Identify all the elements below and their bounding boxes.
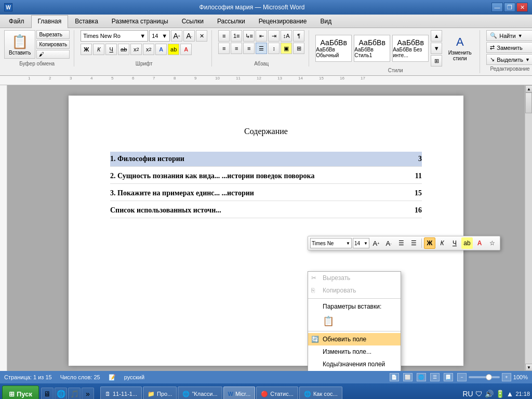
style-heading1[interactable]: АаБбВв АаБбВв Стиль1	[354, 35, 390, 62]
tab-insert[interactable]: Вставка	[68, 15, 105, 28]
mini-size-dropdown[interactable]: ▼	[364, 241, 368, 246]
mini-highlight[interactable]: ab	[461, 237, 473, 249]
restore-button[interactable]: ❐	[504, 3, 515, 12]
zoom-slider[interactable]	[469, 376, 500, 378]
align-left-button[interactable]: ≡	[218, 43, 230, 54]
ctx-copy[interactable]: ⎘ Копировать	[308, 284, 401, 297]
increase-indent-button[interactable]: ⇥	[268, 30, 280, 42]
scroll-up-button[interactable]: ▲	[525, 85, 532, 92]
multilevel-button[interactable]: ↳≡	[243, 30, 255, 42]
minimize-button[interactable]: —	[491, 3, 503, 12]
select-button[interactable]: ↘ Выделить ▼	[486, 54, 532, 65]
mini-bold[interactable]: Ж	[424, 237, 435, 249]
show-formatting-button[interactable]: ¶	[293, 30, 304, 42]
bold-button[interactable]: Ж	[81, 44, 92, 55]
font-shrink-button[interactable]: A-	[183, 30, 195, 42]
font-color-button[interactable]: A	[180, 44, 192, 55]
decrease-indent-button[interactable]: ⇤	[256, 30, 267, 42]
font-dropdown-icon[interactable]: ▼	[140, 33, 145, 39]
scroll-down-button[interactable]: ▼	[525, 364, 532, 371]
tray-lang[interactable]: RU	[462, 390, 473, 398]
font-grow-button[interactable]: A+	[171, 30, 182, 42]
view-web-button[interactable]: 🌐	[417, 373, 426, 381]
mini-font-shrink[interactable]: A-	[383, 237, 394, 249]
mini-align[interactable]: ☰	[395, 237, 407, 249]
format-painter-button[interactable]: 🖌	[36, 50, 70, 59]
tab-mailings[interactable]: Рассылки	[210, 15, 252, 28]
taskbar-app-stat[interactable]: 🔴 Статис...	[256, 387, 298, 399]
font-size-dropdown-icon[interactable]: ▼	[162, 33, 167, 39]
replace-button[interactable]: ⇄ Заменить	[486, 42, 532, 53]
tab-file[interactable]: Файл	[2, 15, 31, 28]
mini-underline[interactable]: Ч	[449, 237, 460, 249]
ctx-paste-icon-row[interactable]: 📋	[308, 313, 401, 329]
change-styles-button[interactable]: A Изменить стили	[444, 35, 475, 61]
extra-icon[interactable]: »	[82, 388, 94, 399]
doc-area[interactable]: Содержание 1. Философия истории 3 2. Сущ…	[7, 85, 525, 371]
strikethrough-button[interactable]: ab	[118, 44, 129, 55]
borders-button[interactable]: ⊞	[293, 43, 304, 54]
taskbar-app-date[interactable]: 🗓 11-11-1...	[100, 387, 142, 399]
tray-battery[interactable]: 🔋	[496, 390, 504, 398]
select-dropdown[interactable]: ▼	[525, 57, 530, 62]
taskbar-app-browser2[interactable]: 🌐 Как сос...	[299, 387, 342, 399]
sort-button[interactable]: ↕A	[281, 30, 292, 42]
italic-button[interactable]: К	[93, 44, 104, 55]
view-draft-button[interactable]: 📃	[444, 373, 453, 381]
taskbar-app-browser1[interactable]: 🌐 "Класси...	[178, 387, 222, 399]
superscript-button[interactable]: x2	[143, 44, 154, 55]
zoom-thumb[interactable]	[486, 374, 492, 380]
line-spacing-button[interactable]: ↕	[268, 43, 280, 54]
mini-font-grow[interactable]: A+	[370, 237, 382, 249]
numbering-button[interactable]: 1≡	[231, 30, 242, 42]
tab-home[interactable]: Главная	[31, 15, 69, 28]
taskbar-app-explorer[interactable]: 📁 Про...	[143, 387, 177, 399]
tab-review[interactable]: Рецензирование	[252, 15, 314, 28]
underline-button[interactable]: Ч	[105, 44, 117, 55]
highlight-button[interactable]: ab	[168, 44, 179, 55]
view-outline-button[interactable]: ☰	[430, 373, 440, 381]
tab-references[interactable]: Ссылки	[175, 15, 210, 28]
show-desktop-icon[interactable]: 🖥	[41, 388, 54, 399]
ctx-field-codes[interactable]: Коды/значения полей	[308, 358, 401, 370]
ctx-edit-field[interactable]: Изменить поле...	[308, 345, 401, 358]
start-button[interactable]: ⊞ Пуск	[2, 385, 39, 399]
styles-up[interactable]: ▲	[431, 30, 442, 42]
tab-view[interactable]: Вид	[313, 15, 338, 28]
scroll-thumb[interactable]	[525, 92, 532, 113]
mini-align2[interactable]: ☰	[408, 237, 419, 249]
mini-font-name[interactable]: Times Ne ▼	[310, 238, 352, 248]
mini-font-dropdown[interactable]: ▼	[346, 241, 350, 246]
tray-more[interactable]: ▲	[507, 390, 514, 398]
ie-icon[interactable]: 🌐	[55, 388, 67, 399]
copy-button[interactable]: Копировать	[36, 40, 70, 49]
taskbar-app-word[interactable]: W Micr...	[223, 387, 256, 399]
ctx-update-field[interactable]: 🔄 Обновить поле	[308, 333, 401, 345]
bullets-button[interactable]: ≡	[218, 30, 230, 42]
mini-italic[interactable]: К	[436, 237, 448, 249]
paste-button[interactable]: 📋 Вставить	[4, 30, 35, 59]
zoom-out-button[interactable]: −	[457, 373, 467, 381]
font-name-box[interactable]: Times New Ro ▼	[81, 30, 148, 42]
scroll-track[interactable]	[525, 92, 532, 364]
tray-network[interactable]: 🔊	[485, 390, 494, 398]
find-button[interactable]: 🔍 Найти ▼	[486, 30, 532, 41]
styles-down[interactable]: ▼	[431, 43, 442, 54]
style-nospace[interactable]: АаБбВв АаБбВв Без инте...	[392, 35, 429, 62]
media-icon[interactable]: 🎵	[68, 388, 81, 399]
mini-font-size[interactable]: 14 ▼	[353, 238, 369, 248]
zoom-in-button[interactable]: +	[502, 373, 511, 381]
view-print-button[interactable]: 📄	[390, 373, 399, 381]
find-dropdown[interactable]: ▼	[518, 33, 523, 38]
mini-color[interactable]: A	[474, 237, 485, 249]
align-center-button[interactable]: ≡	[231, 43, 242, 54]
mini-format[interactable]: ☆	[486, 237, 498, 249]
ctx-cut[interactable]: ✂ Вырезать	[308, 272, 401, 284]
tab-layout[interactable]: Разметка страницы	[105, 15, 175, 28]
shading-button[interactable]: ▣	[281, 43, 292, 54]
style-normal[interactable]: АаБбВв АаБбВв Обычный	[315, 35, 352, 62]
text-effects-button[interactable]: A	[155, 44, 167, 55]
view-full-button[interactable]: ⬜	[403, 373, 413, 381]
subscript-button[interactable]: x2	[130, 44, 142, 55]
font-size-box[interactable]: 14 ▼	[149, 30, 170, 42]
